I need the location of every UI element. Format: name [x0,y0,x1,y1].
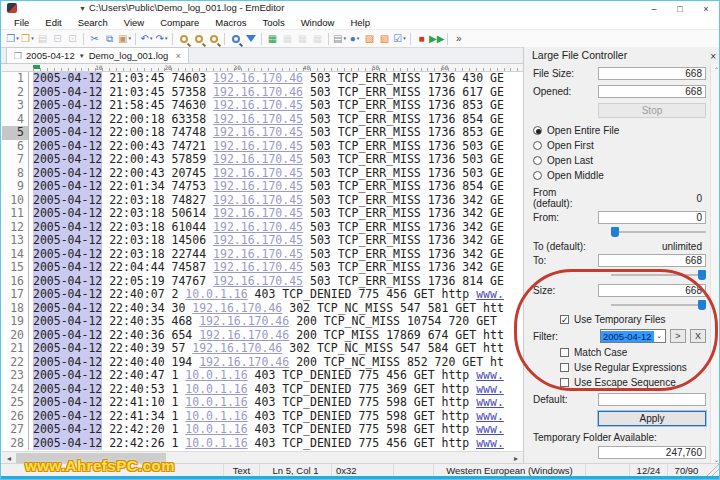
editor-area[interactable]: 102030405060 12005-04-12 21:03:45 74603 … [2,64,523,451]
run-icon[interactable]: ▶▶ [429,31,444,47]
open-file-icon[interactable]: ❒▾ [20,31,35,47]
log-line-6[interactable]: 62005-04-12 22:00:43 74721 192.16.170.45… [2,140,523,154]
apply-button[interactable]: Apply [598,411,706,426]
log-line-10[interactable]: 102005-04-12 22:03:18 74827 192.16.170.4… [2,194,523,208]
from-slider[interactable] [533,226,706,237]
log-line-22[interactable]: 222005-04-12 22:40:40 194 192.16.170.46 … [2,356,523,370]
new-file-icon[interactable]: ❐▾ [5,31,20,47]
find-in-files-icon[interactable] [228,31,243,47]
radio-icon[interactable] [533,156,542,165]
paste-icon[interactable]: ▣▾ [117,31,132,47]
size-slider-thumb[interactable] [698,300,706,310]
radio-icon[interactable] [533,171,542,180]
checkbox-icon[interactable] [560,378,569,387]
log-line-15[interactable]: 152005-04-12 22:04:44 74587 192.16.170.4… [2,261,523,275]
menu-compare[interactable]: Compare [152,17,207,28]
log-line-25[interactable]: 252005-04-12 22:41:10 1 10.0.1.16 403 TC… [2,396,523,410]
url-link[interactable]: www. [476,409,504,423]
menu-help[interactable]: Help [342,17,378,28]
log-line-14[interactable]: 142005-04-12 22:03:18 22744 192.16.170.4… [2,248,523,262]
log-line-18[interactable]: 182005-04-12 22:40:34 30 192.16.170.46 3… [2,302,523,316]
use-temporary-files-checkbox[interactable]: ✓ [560,315,569,324]
log-line-13[interactable]: 132005-04-12 22:03:18 14506 192.16.170.4… [2,234,523,248]
checkbox-icon[interactable] [560,363,569,372]
checkbox-use-escape-sequence[interactable]: Use Escape Sequence [560,377,706,388]
panel-scrollbar[interactable]: ⌃ ⌄ [710,64,720,465]
minimize-button[interactable]: – [641,1,667,16]
tab-close-icon[interactable]: × [175,51,180,61]
filter-dropdown-icon[interactable]: ⌄ [654,332,665,340]
log-line-5[interactable]: 52005-04-12 22:00:18 74748 192.16.170.45… [2,126,523,140]
radio-open-middle[interactable]: Open Middle [533,170,706,181]
menu-window[interactable]: Window [293,17,343,28]
log-line-9[interactable]: 92005-04-12 22:01:34 74753 192.16.170.45… [2,180,523,194]
stop-button[interactable]: Stop [598,103,706,118]
size-slider[interactable] [533,299,706,310]
radio-open-entire-file[interactable]: Open Entire File [533,125,706,136]
to-slider-thumb[interactable] [698,270,706,280]
log-line-26[interactable]: 262005-04-12 22:41:34 1 10.0.1.16 403 TC… [2,410,523,424]
find-icon[interactable] [176,31,191,47]
panel-close-icon[interactable]: × [710,48,716,65]
log-line-8[interactable]: 82005-04-12 22:00:43 20745 192.16.170.45… [2,167,523,181]
from-slider-thumb[interactable] [611,227,619,237]
toolbar-overflow-icon[interactable]: » [451,31,466,47]
filter-next-button[interactable]: > [670,329,686,343]
from-field[interactable]: 0 [598,211,706,224]
url-link[interactable]: www. [476,368,504,382]
status-encoding[interactable]: Western European (Windows) [433,464,585,476]
radio-open-last[interactable]: Open Last [533,155,706,166]
menu-view[interactable]: View [116,17,152,28]
radio-icon[interactable] [533,141,542,150]
log-line-17[interactable]: 172005-04-12 22:40:07 2 10.0.1.16 403 TC… [2,288,523,302]
filter-icon[interactable] [243,31,258,47]
log-line-16[interactable]: 162005-04-12 22:05:19 74767 192.16.170.4… [2,275,523,289]
radio-icon[interactable] [533,126,542,135]
csv-mode-icon[interactable]: ▦ [265,31,280,47]
radio-open-first[interactable]: Open First [533,140,706,151]
size-field[interactable]: 668 [598,284,706,297]
url-link[interactable]: www. [476,422,504,436]
url-link[interactable]: www. [476,436,504,450]
tab-demo-log[interactable]: ❐ 2005-04-12 ▼ Demo_log_001.log × [6,47,189,63]
close-button[interactable]: × [693,1,719,16]
menu-edit[interactable]: Edit [37,17,69,28]
url-link[interactable]: www. [476,287,504,301]
url-link[interactable]: www. [476,395,504,409]
log-line-12[interactable]: 122005-04-12 22:03:18 61044 192.16.170.4… [2,221,523,235]
log-line-23[interactable]: 232005-04-12 22:40:47 1 10.0.1.16 403 TC… [2,369,523,383]
panel-scroll-up-icon[interactable]: ⌃ [711,66,720,73]
log-line-7[interactable]: 72005-04-12 22:00:43 57859 192.16.170.45… [2,153,523,167]
log-line-21[interactable]: 212005-04-12 22:40:39 57 192.16.170.46 3… [2,342,523,356]
log-line-3[interactable]: 32005-04-12 21:58:45 74630 192.16.170.45… [2,99,523,113]
macro-play-icon[interactable]: ▧ [377,31,392,47]
replace-icon[interactable] [206,31,221,47]
menu-search[interactable]: Search [70,17,116,28]
encoding-icon[interactable]: ●▾ [347,31,362,47]
cut-icon[interactable]: ✂ [87,31,102,47]
filter-combobox[interactable]: 2005-04-12 ⌄ [600,329,666,343]
resize-grip[interactable] [705,464,719,476]
filter-clear-button[interactable]: X [690,329,706,343]
log-line-20[interactable]: 202005-04-12 22:40:36 654 192.16.170.46 … [2,329,523,343]
scroll-left-icon[interactable]: ◂ [2,454,16,463]
log-line-24[interactable]: 242005-04-12 22:40:53 1 10.0.1.16 403 TC… [2,383,523,397]
bookmarks-icon[interactable]: ▤▾ [332,31,347,47]
to-field[interactable]: 668 [598,254,706,267]
url-link[interactable]: www. [476,382,504,396]
copy-icon[interactable]: ⧉ [102,31,117,47]
find-in-group-icon[interactable] [191,31,206,47]
stop-icon[interactable]: ■ [414,31,429,47]
menu-macros[interactable]: Macros [207,17,254,28]
checkbox-icon[interactable] [560,348,569,357]
checkbox-use-regular-expressions[interactable]: Use Regular Expressions [560,362,706,373]
redo-icon[interactable]: ↷▾ [154,31,169,47]
default-field[interactable] [598,393,706,406]
log-line-2[interactable]: 22005-04-12 21:03:45 57358 192.16.170.46… [2,86,523,100]
panel-scroll-down-icon[interactable]: ⌄ [711,456,720,463]
log-line-4[interactable]: 42005-04-12 22:00:18 63358 192.16.170.45… [2,113,523,127]
log-line-27[interactable]: 272005-04-12 22:42:20 1 10.0.1.16 403 TC… [2,423,523,437]
undo-icon[interactable]: ↶▾ [139,31,154,47]
log-line-1[interactable]: 12005-04-12 21:03:45 74603 192.16.170.46… [2,72,523,86]
log-line-19[interactable]: 192005-04-12 22:40:35 468 192.16.170.46 … [2,315,523,329]
